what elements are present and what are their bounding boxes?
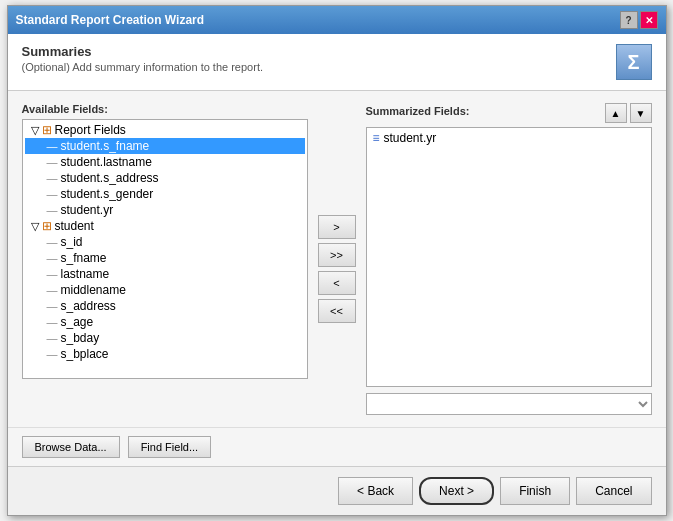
main-content: Available Fields: ▽ ⊞ Report Fields — st… [8,91,666,427]
field-label: student.s_fname [61,139,150,153]
find-field-button[interactable]: Find Field... [128,436,211,458]
browse-data-button[interactable]: Browse Data... [22,436,120,458]
field-dash-icon: — [47,252,58,264]
list-item[interactable]: — student.s_gender [25,186,305,202]
right-panel: Summarized Fields: ▲ ▼ ≡ student.yr [366,103,652,415]
field-tree[interactable]: ▽ ⊞ Report Fields — student.s_fname — st… [22,119,308,379]
table-group-icon: ⊞ [42,219,52,233]
list-item[interactable]: — student.lastname [25,154,305,170]
list-item[interactable]: — s_bplace [25,346,305,362]
list-item[interactable]: — student.s_fname [25,138,305,154]
left-panel: Available Fields: ▽ ⊞ Report Fields — st… [22,103,308,415]
field-label: s_address [61,299,116,313]
next-button[interactable]: Next > [419,477,494,505]
field-label: s_id [61,235,83,249]
field-dash-icon: — [47,204,58,216]
list-item[interactable]: — s_fname [25,250,305,266]
back-button[interactable]: < Back [338,477,413,505]
field-label: s_bplace [61,347,109,361]
field-label: student.s_address [61,171,159,185]
table-row-icon: ≡ [373,131,380,145]
remove-all-button[interactable]: << [318,299,356,323]
close-button[interactable]: ✕ [640,11,658,29]
field-dash-icon: — [47,268,58,280]
field-dash-icon: — [47,284,58,296]
field-dash-icon: — [47,140,58,152]
collapse-icon: ▽ [31,124,39,137]
title-bar: Standard Report Creation Wizard ? ✕ [8,6,666,34]
field-label: lastname [61,267,110,281]
list-item[interactable]: — s_bday [25,330,305,346]
field-dash-icon: — [47,316,58,328]
list-item[interactable]: — s_address [25,298,305,314]
section-description: (Optional) Add summary information to th… [22,61,264,73]
list-item[interactable]: — middlename [25,282,305,298]
table-icon: ⊞ [42,123,52,137]
list-item[interactable]: — lastname [25,266,305,282]
sort-down-button[interactable]: ▼ [630,103,652,123]
field-label: s_fname [61,251,107,265]
finish-button[interactable]: Finish [500,477,570,505]
cancel-button[interactable]: Cancel [576,477,651,505]
field-dash-icon: — [47,188,58,200]
field-dash-icon: — [47,332,58,344]
list-item[interactable]: — student.yr [25,202,305,218]
list-item[interactable]: ≡ student.yr [369,130,649,146]
field-label: student.lastname [61,155,152,169]
title-bar-buttons: ? ✕ [620,11,658,29]
available-fields-label: Available Fields: [22,103,308,115]
section-title: Summaries [22,44,264,59]
summary-type-dropdown[interactable] [366,393,652,415]
window-title: Standard Report Creation Wizard [16,13,205,27]
list-item[interactable]: — student.s_address [25,170,305,186]
field-label: s_bday [61,331,100,345]
header-text: Summaries (Optional) Add summary informa… [22,44,264,73]
list-item[interactable]: — s_age [25,314,305,330]
field-dash-icon: — [47,172,58,184]
sort-buttons: ▲ ▼ [605,103,652,123]
browse-row: Browse Data... Find Field... [8,427,666,466]
help-button[interactable]: ? [620,11,638,29]
sigma-icon: Σ [627,51,639,74]
add-one-button[interactable]: > [318,215,356,239]
transfer-buttons: > >> < << [318,103,356,415]
dialog-window: Standard Report Creation Wizard ? ✕ Summ… [7,5,667,516]
sort-up-button[interactable]: ▲ [605,103,627,123]
list-item[interactable]: — s_id [25,234,305,250]
field-label: s_age [61,315,94,329]
group-label: student [55,219,94,233]
remove-one-button[interactable]: < [318,271,356,295]
summarized-fields-label: Summarized Fields: [366,105,470,117]
field-dash-icon: — [47,236,58,248]
summarized-field-label: student.yr [384,131,437,145]
sigma-button[interactable]: Σ [616,44,652,80]
tree-root-label: Report Fields [55,123,126,137]
field-dash-icon: — [47,348,58,360]
add-all-button[interactable]: >> [318,243,356,267]
field-dash-icon: — [47,300,58,312]
field-dash-icon: — [47,156,58,168]
summarized-list[interactable]: ≡ student.yr [366,127,652,387]
right-panel-header: Summarized Fields: ▲ ▼ [366,103,652,123]
field-label: middlename [61,283,126,297]
header-section: Summaries (Optional) Add summary informa… [8,34,666,91]
field-label: student.yr [61,203,114,217]
field-label: student.s_gender [61,187,154,201]
tree-root[interactable]: ▽ ⊞ Report Fields [25,122,305,138]
tree-group-student[interactable]: ▽ ⊞ student [25,218,305,234]
collapse-icon: ▽ [31,220,39,233]
footer: < Back Next > Finish Cancel [8,466,666,515]
